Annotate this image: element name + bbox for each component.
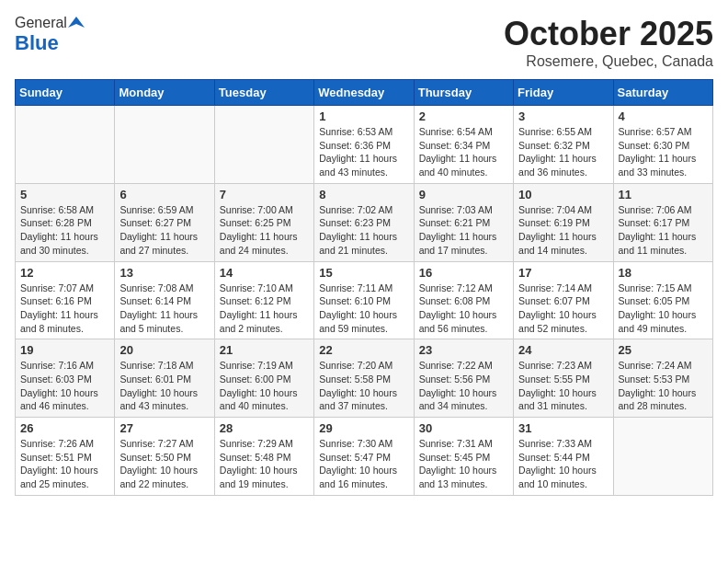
- day-info: Sunrise: 6:53 AM Sunset: 6:36 PM Dayligh…: [319, 125, 408, 179]
- day-number: 12: [20, 266, 109, 280]
- day-info: Sunrise: 7:24 AM Sunset: 5:53 PM Dayligh…: [619, 359, 708, 413]
- calendar-day-cell: 15Sunrise: 7:11 AM Sunset: 6:10 PM Dayli…: [314, 261, 414, 339]
- calendar-week-row: 1Sunrise: 6:53 AM Sunset: 6:36 PM Daylig…: [16, 106, 713, 184]
- empty-day-cell: [115, 106, 214, 184]
- day-number: 14: [220, 266, 309, 280]
- day-number: 28: [220, 421, 309, 435]
- day-info: Sunrise: 6:57 AM Sunset: 6:30 PM Dayligh…: [619, 125, 708, 179]
- day-number: 8: [319, 188, 408, 201]
- weekday-header-sunday: Sunday: [16, 80, 115, 106]
- calendar-day-cell: 25Sunrise: 7:24 AM Sunset: 5:53 PM Dayli…: [613, 339, 712, 418]
- day-number: 30: [419, 421, 508, 435]
- svg-marker-0: [68, 17, 85, 28]
- day-info: Sunrise: 7:26 AM Sunset: 5:51 PM Dayligh…: [20, 437, 109, 491]
- day-number: 10: [518, 188, 608, 201]
- calendar-day-cell: 22Sunrise: 7:20 AM Sunset: 5:58 PM Dayli…: [314, 339, 414, 418]
- calendar-day-cell: 2Sunrise: 6:54 AM Sunset: 6:34 PM Daylig…: [414, 106, 513, 184]
- calendar-day-cell: 23Sunrise: 7:22 AM Sunset: 5:56 PM Dayli…: [414, 339, 513, 418]
- day-info: Sunrise: 7:15 AM Sunset: 6:05 PM Dayligh…: [619, 282, 708, 336]
- day-info: Sunrise: 7:19 AM Sunset: 6:00 PM Dayligh…: [220, 359, 309, 413]
- day-number: 15: [319, 266, 408, 280]
- day-number: 18: [619, 266, 708, 280]
- day-info: Sunrise: 7:03 AM Sunset: 6:21 PM Dayligh…: [419, 203, 508, 258]
- weekday-header-saturday: Saturday: [613, 80, 712, 106]
- day-number: 22: [319, 343, 408, 357]
- day-info: Sunrise: 7:08 AM Sunset: 6:14 PM Dayligh…: [119, 282, 209, 336]
- calendar-day-cell: 31Sunrise: 7:33 AM Sunset: 5:44 PM Dayli…: [514, 418, 613, 496]
- calendar-week-row: 12Sunrise: 7:07 AM Sunset: 6:16 PM Dayli…: [16, 261, 713, 339]
- empty-day-cell: [16, 106, 115, 184]
- day-number: 6: [119, 188, 209, 201]
- weekday-header-tuesday: Tuesday: [214, 80, 313, 106]
- calendar-day-cell: 18Sunrise: 7:15 AM Sunset: 6:05 PM Dayli…: [613, 261, 712, 339]
- day-number: 4: [619, 109, 708, 123]
- day-number: 26: [20, 421, 109, 435]
- day-info: Sunrise: 7:12 AM Sunset: 6:08 PM Dayligh…: [419, 282, 508, 336]
- day-info: Sunrise: 7:16 AM Sunset: 6:03 PM Dayligh…: [20, 359, 109, 413]
- calendar-day-cell: 4Sunrise: 6:57 AM Sunset: 6:30 PM Daylig…: [613, 106, 712, 184]
- calendar-day-cell: 13Sunrise: 7:08 AM Sunset: 6:14 PM Dayli…: [115, 261, 214, 339]
- calendar-day-cell: 16Sunrise: 7:12 AM Sunset: 6:08 PM Dayli…: [414, 261, 513, 339]
- calendar-day-cell: 26Sunrise: 7:26 AM Sunset: 5:51 PM Dayli…: [16, 418, 115, 496]
- day-number: 17: [518, 266, 608, 280]
- page-header: General Blue October 2025 Rosemere, Queb…: [15, 15, 713, 70]
- day-number: 23: [419, 343, 508, 357]
- day-info: Sunrise: 7:22 AM Sunset: 5:56 PM Dayligh…: [419, 359, 508, 413]
- day-info: Sunrise: 7:20 AM Sunset: 5:58 PM Dayligh…: [319, 359, 408, 413]
- weekday-header-wednesday: Wednesday: [314, 80, 414, 106]
- calendar-day-cell: 6Sunrise: 6:59 AM Sunset: 6:27 PM Daylig…: [115, 183, 214, 261]
- day-info: Sunrise: 7:14 AM Sunset: 6:07 PM Dayligh…: [518, 282, 608, 336]
- day-info: Sunrise: 7:10 AM Sunset: 6:12 PM Dayligh…: [220, 282, 309, 336]
- calendar-week-row: 19Sunrise: 7:16 AM Sunset: 6:03 PM Dayli…: [16, 339, 713, 418]
- calendar-day-cell: 29Sunrise: 7:30 AM Sunset: 5:47 PM Dayli…: [314, 418, 414, 496]
- calendar-week-row: 5Sunrise: 6:58 AM Sunset: 6:28 PM Daylig…: [16, 183, 713, 261]
- day-info: Sunrise: 7:18 AM Sunset: 6:01 PM Dayligh…: [119, 359, 209, 413]
- day-number: 25: [619, 343, 708, 357]
- day-info: Sunrise: 7:07 AM Sunset: 6:16 PM Dayligh…: [20, 282, 109, 336]
- calendar-day-cell: 3Sunrise: 6:55 AM Sunset: 6:32 PM Daylig…: [514, 106, 613, 184]
- day-number: 27: [119, 421, 209, 435]
- weekday-header-friday: Friday: [514, 80, 613, 106]
- calendar-day-cell: 30Sunrise: 7:31 AM Sunset: 5:45 PM Dayli…: [414, 418, 513, 496]
- day-number: 21: [220, 343, 309, 357]
- day-info: Sunrise: 7:11 AM Sunset: 6:10 PM Dayligh…: [319, 282, 408, 336]
- day-number: 20: [119, 343, 209, 357]
- calendar-day-cell: 14Sunrise: 7:10 AM Sunset: 6:12 PM Dayli…: [214, 261, 313, 339]
- day-info: Sunrise: 7:02 AM Sunset: 6:23 PM Dayligh…: [319, 203, 408, 258]
- day-number: 11: [619, 188, 708, 201]
- day-info: Sunrise: 6:59 AM Sunset: 6:27 PM Dayligh…: [119, 203, 209, 258]
- day-info: Sunrise: 7:06 AM Sunset: 6:17 PM Dayligh…: [619, 203, 708, 258]
- day-number: 19: [20, 343, 109, 357]
- logo: General Blue: [15, 15, 85, 55]
- calendar-day-cell: 12Sunrise: 7:07 AM Sunset: 6:16 PM Dayli…: [16, 261, 115, 339]
- day-info: Sunrise: 6:58 AM Sunset: 6:28 PM Dayligh…: [20, 203, 109, 258]
- logo-bird-icon: [68, 15, 85, 31]
- calendar-day-cell: 24Sunrise: 7:23 AM Sunset: 5:55 PM Dayli…: [514, 339, 613, 418]
- calendar-day-cell: 10Sunrise: 7:04 AM Sunset: 6:19 PM Dayli…: [514, 183, 613, 261]
- logo-blue-text: Blue: [15, 31, 59, 55]
- day-info: Sunrise: 7:33 AM Sunset: 5:44 PM Dayligh…: [518, 437, 608, 491]
- calendar-week-row: 26Sunrise: 7:26 AM Sunset: 5:51 PM Dayli…: [16, 418, 713, 496]
- calendar-day-cell: 7Sunrise: 7:00 AM Sunset: 6:25 PM Daylig…: [214, 183, 313, 261]
- day-number: 7: [220, 188, 309, 201]
- day-number: 29: [319, 421, 408, 435]
- day-info: Sunrise: 7:27 AM Sunset: 5:50 PM Dayligh…: [119, 437, 209, 491]
- calendar-day-cell: 20Sunrise: 7:18 AM Sunset: 6:01 PM Dayli…: [115, 339, 214, 418]
- calendar-day-cell: 21Sunrise: 7:19 AM Sunset: 6:00 PM Dayli…: [214, 339, 313, 418]
- empty-day-cell: [613, 418, 712, 496]
- weekday-header-monday: Monday: [115, 80, 214, 106]
- day-number: 2: [419, 109, 508, 123]
- month-title: October 2025: [504, 15, 713, 53]
- day-number: 9: [419, 188, 508, 201]
- title-area: October 2025 Rosemere, Quebec, Canada: [504, 15, 713, 70]
- day-info: Sunrise: 7:23 AM Sunset: 5:55 PM Dayligh…: [518, 359, 608, 413]
- day-number: 16: [419, 266, 508, 280]
- day-number: 1: [319, 109, 408, 123]
- weekday-header-thursday: Thursday: [414, 80, 513, 106]
- weekday-header-row: SundayMondayTuesdayWednesdayThursdayFrid…: [16, 80, 713, 106]
- day-info: Sunrise: 7:30 AM Sunset: 5:47 PM Dayligh…: [319, 437, 408, 491]
- calendar-table: SundayMondayTuesdayWednesdayThursdayFrid…: [15, 79, 713, 496]
- day-number: 31: [518, 421, 608, 435]
- day-number: 24: [518, 343, 608, 357]
- day-number: 5: [20, 188, 109, 201]
